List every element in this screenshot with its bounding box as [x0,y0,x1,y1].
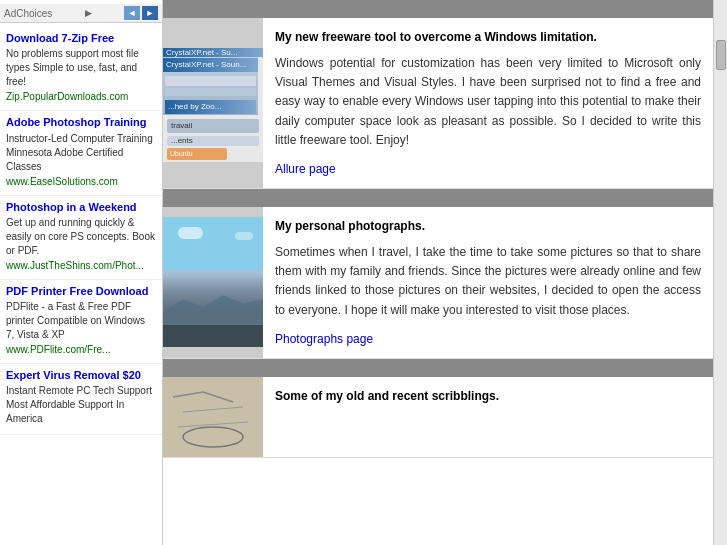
section-title-2: My personal photographs. [275,217,701,235]
ad-link-2[interactable]: Adobe Photoshop Training [6,116,147,128]
section-image-1: CrystalXP.net - Su... CrystalXP.net - So… [163,18,263,188]
win-title-text-zoo: ...hed by Zoo... [168,102,253,111]
landscape-ground [163,325,263,347]
content-section-2: My personal photographs. Sometimes when … [163,189,713,359]
ad-choices-icon: ▶ [85,8,92,18]
win-menubar-2: CrystalXP.net - Soun... [163,58,258,72]
svg-rect-0 [163,377,263,457]
section-link-2[interactable]: Photographs page [275,330,701,348]
ubuntu-bar: Ubuntu [167,148,227,160]
ad-description-3: Get up and running quickly & easily on c… [6,216,156,258]
scrollbar-handle[interactable] [716,40,726,70]
section-inner-1: CrystalXP.net - Su... CrystalXP.net - So… [163,0,713,188]
ad-url-1: Zip.PopularDownloads.com [6,91,156,102]
section-title-1: My new freeware tool to overcome a Windo… [275,28,701,46]
section-image-2 [163,207,263,358]
ad-title-3[interactable]: Photoshop in a Weekend [6,200,156,214]
ad-title-5[interactable]: Expert Virus Removal $20 [6,368,156,382]
win-title-text-2: CrystalXP.net - Soun... [166,60,255,69]
windows-screenshot-image: CrystalXP.net - Su... CrystalXP.net - So… [163,48,263,158]
landscape-photo-image [163,217,263,347]
section-title-3: Some of my old and recent scribblings. [275,387,701,405]
section-inner-2: My personal photographs. Sometimes when … [163,189,713,358]
section-link-1[interactable]: Allure page [275,160,701,178]
win-titlebar-1: CrystalXP.net - Su... [163,48,263,57]
ad-item-5: Expert Virus Removal $20 Instant Remote … [0,364,162,435]
nav-arrow-right-button[interactable]: ► [142,6,158,20]
ad-link-5[interactable]: Expert Virus Removal $20 [6,369,141,381]
ad-description-2: Instructor-Led Computer Training Minneso… [6,132,156,174]
ad-description-5: Instant Remote PC Tech Support Most Affo… [6,384,156,426]
ad-item-4: PDF Printer Free Download PDFlite - a Fa… [0,280,162,364]
main-content: CrystalXP.net - Su... CrystalXP.net - So… [163,0,713,545]
section-header-bar-1 [163,0,713,18]
win-travail-label: travail [171,121,192,130]
content-section-1: CrystalXP.net - Su... CrystalXP.net - So… [163,0,713,189]
ad-item-2: Adobe Photoshop Training Instructor-Led … [0,111,162,195]
ad-link-4[interactable]: PDF Printer Free Download [6,285,148,297]
scribblings-svg [163,377,263,457]
section-header-bar-3 [163,359,713,377]
nav-arrows: ◄ ► [124,6,158,20]
ad-link-1[interactable]: Download 7-Zip Free [6,32,114,44]
right-scrollbar[interactable] [713,0,727,545]
win-title-text-1: CrystalXP.net - Su... [166,48,260,57]
win-menubar-zoo: ...hed by Zoo... [165,100,256,114]
ad-choices-bar: AdChoices ▶ ◄ ► [0,4,162,23]
ad-url-4: www.PDFlite.com/Fre... [6,344,156,355]
section-body-2: Sometimes when I travel, I take the time… [275,243,701,320]
ad-description-4: PDFlite - a Fast & Free PDF printer Comp… [6,300,156,342]
ad-item-1: Download 7-Zip Free No problems support … [0,27,162,111]
ad-title-4[interactable]: PDF Printer Free Download [6,284,156,298]
ad-url-3: www.JustTheShins.com/Phot... [6,260,156,271]
ad-link-3[interactable]: Photoshop in a Weekend [6,201,137,213]
section-text-2: My personal photographs. Sometimes when … [263,207,713,358]
scribblings-image [163,377,263,457]
ad-choices-label: AdChoices [4,8,52,19]
page-wrapper: AdChoices ▶ ◄ ► Download 7-Zip Free No p… [0,0,727,545]
section-text-1: My new freeware tool to overcome a Windo… [263,18,713,188]
section-link-anchor-1[interactable]: Allure page [275,162,336,176]
ad-title-1[interactable]: Download 7-Zip Free [6,31,156,45]
win-ents-label: ...ents [171,136,193,145]
section-header-bar-2 [163,189,713,207]
sidebar-ads: AdChoices ▶ ◄ ► Download 7-Zip Free No p… [0,0,163,545]
content-section-3: Some of my old and recent scribblings. [163,359,713,458]
ad-url-2: www.EaselSolutions.com [6,176,156,187]
ad-description-1: No problems support most file types Simp… [6,47,156,89]
section-body-1: Windows potential for customization has … [275,54,701,150]
ad-title-2[interactable]: Adobe Photoshop Training [6,115,156,129]
section-text-3: Some of my old and recent scribblings. [263,377,713,457]
ad-item-3: Photoshop in a Weekend Get up and runnin… [0,196,162,280]
section-image-3 [163,377,263,457]
nav-arrow-left-button[interactable]: ◄ [124,6,140,20]
section-link-anchor-2[interactable]: Photographs page [275,332,373,346]
win-body-1: CrystalXP.net - Soun... ...hed by Zoo... [163,57,263,162]
